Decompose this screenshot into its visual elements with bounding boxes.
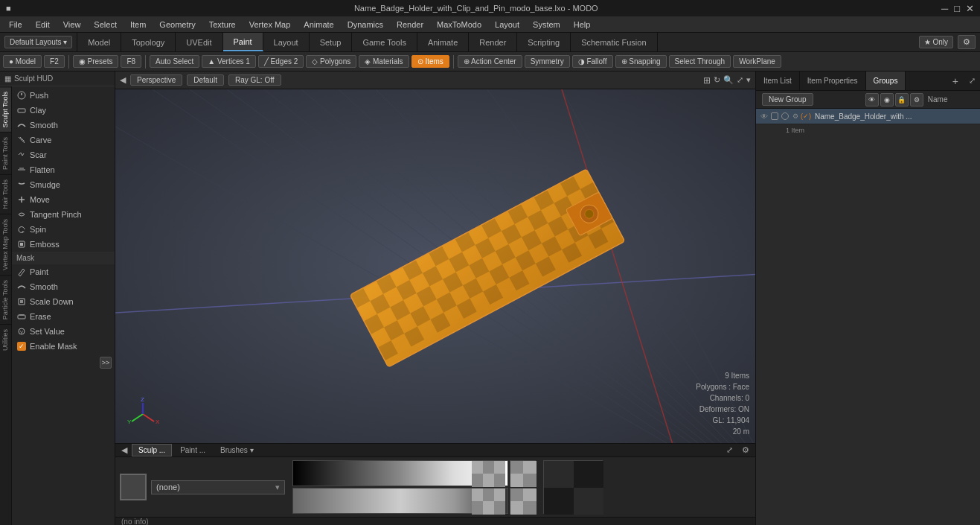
mask-tool-enable-mask[interactable]: ✓ Enable Mask [12, 339, 115, 354]
mode-tab-render[interactable]: Render [469, 33, 517, 51]
table-row[interactable]: 👁 ⚙ (✓) Name_Badge_Holder_with ... [756, 109, 980, 124]
texture-gradient-2[interactable] [292, 488, 508, 514]
tool-emboss[interactable]: Emboss [12, 237, 115, 252]
workplane-btn[interactable]: WorkPlane [733, 55, 781, 68]
mode-tab-schematic-fusion[interactable]: Schematic Fusion [571, 33, 657, 51]
vertical-tab-sculpt-tools[interactable]: Sculpt Tools [0, 86, 11, 132]
menu-geometry[interactable]: Geometry [153, 19, 201, 31]
expand-btn[interactable]: >> [100, 357, 112, 369]
vp-grid-icon[interactable]: ⊞ [703, 75, 711, 86]
minimize-button[interactable]: ─ [941, 3, 948, 14]
vertical-tab-particle-tools[interactable]: Particle Tools [0, 275, 11, 324]
mode-tab-layout[interactable]: Layout [263, 33, 310, 51]
menu-edit[interactable]: Edit [30, 19, 56, 31]
tool-clay[interactable]: Clay [12, 103, 115, 118]
vp-search-icon[interactable]: 🔍 [723, 75, 734, 86]
edges-btn[interactable]: ╱ Edges 2 [258, 55, 304, 68]
menu-view[interactable]: View [57, 19, 87, 31]
menu-texture[interactable]: Texture [203, 19, 242, 31]
vp-expand-icon[interactable]: ⤢ [737, 75, 743, 86]
action-center-btn[interactable]: ⊕ Action Center [458, 55, 522, 68]
mask-tool-smooth[interactable]: Smooth [12, 279, 115, 294]
tool-smudge[interactable]: Smudge [12, 177, 115, 192]
menu-dynamics[interactable]: Dynamics [342, 19, 389, 31]
texture-gradient-1[interactable] [292, 460, 508, 486]
vp-rotate-icon[interactable]: ↻ [714, 75, 720, 86]
mode-tab-game-tools[interactable]: Game Tools [352, 33, 417, 51]
symmetry-btn[interactable]: Symmetry [525, 55, 570, 68]
right-tab-item-list[interactable]: Item List [756, 71, 800, 90]
menu-select[interactable]: Select [88, 19, 123, 31]
menu-file[interactable]: File [3, 19, 28, 31]
vertical-tab-vertex-map-tools[interactable]: Vertex Map Tools [0, 214, 11, 275]
bottom-gear-icon[interactable]: ⚙ [739, 445, 752, 455]
maximize-button[interactable]: □ [954, 3, 960, 14]
materials-btn[interactable]: ◈ Materials [359, 55, 409, 68]
ray-gl-btn[interactable]: Ray GL: Off [228, 74, 281, 86]
tool-scar[interactable]: Scar [12, 147, 115, 162]
perspective-btn[interactable]: Perspective [130, 74, 182, 86]
menu-system[interactable]: System [527, 19, 566, 31]
mode-tab-topology[interactable]: Topology [121, 33, 176, 51]
tool-tangent-pinch[interactable]: Tangent Pinch [12, 207, 115, 222]
menu-maxtomodo[interactable]: MaxToModo [431, 19, 487, 31]
bottom-nav-left[interactable]: ◀ [118, 445, 130, 455]
snapping-btn[interactable]: ⊕ Snapping [615, 55, 667, 68]
model-mode-btn[interactable]: ● Model [3, 55, 42, 68]
presets-btn[interactable]: ◉ Presets [73, 55, 119, 68]
mode-tab-scripting[interactable]: Scripting [517, 33, 571, 51]
polygons-btn[interactable]: ◇ Polygons [306, 55, 356, 68]
item-lock-icon[interactable] [769, 111, 780, 121]
vertical-tab-hair-tools[interactable]: Hair Tools [0, 174, 11, 214]
rp-icon-lock[interactable]: 🔒 [895, 93, 909, 106]
mode-tab-animate[interactable]: Animate [417, 33, 469, 51]
item-settings-icon[interactable]: ⚙ [790, 111, 801, 121]
rp-icon-eye[interactable]: 👁 [865, 93, 879, 106]
bottom-tab-paint[interactable]: Paint ... [173, 444, 212, 456]
menu-help[interactable]: Help [568, 19, 597, 31]
mask-tool-set-value[interactable]: V Set Value [12, 324, 115, 339]
new-group-button[interactable]: New Group [762, 93, 813, 106]
texture-checker-1[interactable] [510, 460, 536, 486]
tool-move[interactable]: Move [12, 192, 115, 207]
mask-tool-paint[interactable]: Paint [12, 264, 115, 279]
tool-smooth[interactable]: Smooth [12, 118, 115, 133]
mode-tab-uvedit[interactable]: UVEdit [176, 33, 222, 51]
right-texture-swatch[interactable] [543, 460, 603, 514]
falloff-btn[interactable]: ◑ Falloff [572, 55, 613, 68]
menu-vertex-map[interactable]: Vertex Map [243, 19, 297, 31]
vertices-btn[interactable]: ▲ Vertices 1 [202, 55, 256, 68]
tool-carve[interactable]: Carve [12, 133, 115, 147]
bottom-expand-icon[interactable]: ⤢ [723, 445, 736, 455]
vertical-tab-paint-tools[interactable]: Paint Tools [0, 132, 11, 174]
window-controls[interactable]: ─ □ ✕ [941, 3, 974, 14]
menu-item[interactable]: Item [124, 19, 152, 31]
preset-dropdown[interactable]: (none) ▾ [151, 480, 285, 494]
auto-select-btn[interactable]: Auto Select [150, 55, 199, 68]
f8-btn[interactable]: F8 [121, 55, 141, 68]
bottom-tab-sculpt[interactable]: Sculp ... [132, 444, 172, 456]
right-panel-expand-btn[interactable]: ⤢ [964, 71, 980, 90]
settings-icon[interactable]: ⚙ [958, 35, 976, 49]
mode-tab-paint[interactable]: Paint [223, 33, 263, 51]
mask-tool-scale-down[interactable]: Scale Down [12, 294, 115, 309]
menu-animate[interactable]: Animate [298, 19, 339, 31]
item-render-icon[interactable] [780, 111, 790, 121]
shading-btn[interactable]: Default [187, 74, 224, 86]
item-visibility-icon[interactable]: 👁 [759, 111, 769, 121]
right-tab-item-properties[interactable]: Item Properties [800, 71, 866, 90]
tool-push[interactable]: Push [12, 88, 115, 103]
rp-icon-render[interactable]: ◉ [880, 93, 894, 106]
mask-tool-erase[interactable]: Erase [12, 309, 115, 324]
vp-menu-icon[interactable]: ▾ [746, 75, 751, 86]
menu-layout[interactable]: Layout [489, 19, 525, 31]
bottom-tab-brushes[interactable]: Brushes ▾ [214, 444, 260, 456]
close-button[interactable]: ✕ [966, 3, 974, 14]
mode-tab-setup[interactable]: Setup [310, 33, 353, 51]
rp-icon-settings[interactable]: ⚙ [910, 93, 923, 106]
vp-nav-left[interactable]: ◀ [120, 75, 126, 85]
texture-checker-2[interactable] [510, 488, 536, 514]
f2-btn[interactable]: F2 [44, 55, 65, 68]
viewport[interactable]: 9 Items Polygons : Face Channels: 0 Defo… [115, 89, 755, 443]
select-through-btn[interactable]: Select Through [669, 55, 731, 68]
